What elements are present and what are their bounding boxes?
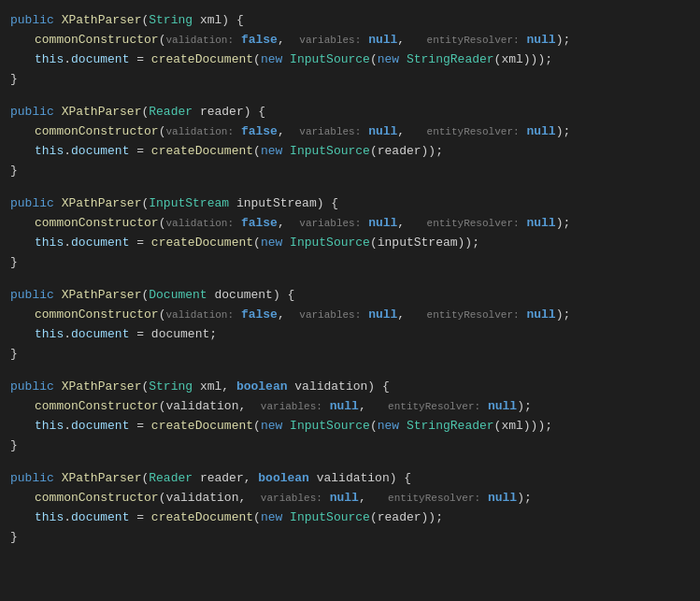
- code-line: public XPathParser(Reader reader) {: [3, 103, 700, 122]
- code-token: document: [71, 142, 129, 162]
- code-token: [234, 31, 241, 50]
- code-token: [234, 214, 241, 234]
- code-token: validation:: [165, 33, 234, 50]
- code-token: variables:: [299, 33, 361, 50]
- code-token: (: [253, 508, 261, 528]
- code-token: (reader));: [370, 142, 443, 162]
- code-token: xml) {: [193, 11, 244, 31]
- code-token: commonConstructor: [35, 214, 159, 234]
- code-token: .: [64, 325, 71, 345]
- code-token: (xml)));: [494, 417, 552, 436]
- code-token: [54, 103, 62, 122]
- code-token: boolean: [236, 378, 288, 397]
- code-token: [520, 214, 527, 234]
- code-token: Reader: [149, 103, 193, 122]
- code-token: inputStream) {: [229, 194, 338, 214]
- code-token: ,: [278, 306, 299, 325]
- code-line: commonConstructor(validation, variables:…: [3, 397, 700, 417]
- code-line: public XPathParser(Document document) {: [3, 286, 700, 306]
- code-token: Reader: [149, 469, 193, 489]
- code-token: null: [330, 489, 359, 508]
- code-token: false: [241, 214, 278, 234]
- code-line: this.document = createDocument(new Input…: [3, 234, 700, 253]
- code-token: ,: [359, 397, 388, 417]
- code-token: (validation,: [159, 489, 261, 508]
- code-token: (: [141, 469, 149, 489]
- code-token: validation:: [165, 308, 234, 324]
- code-token: [480, 397, 488, 417]
- code-token: null: [488, 489, 517, 508]
- code-token: =: [129, 508, 150, 528]
- code-token: String: [149, 378, 193, 397]
- code-token: [322, 489, 330, 508]
- code-token: [361, 122, 368, 142]
- code-token: );: [556, 122, 571, 142]
- code-token: document: [71, 325, 129, 345]
- code-token: public: [10, 103, 54, 122]
- code-token: entityResolver:: [427, 216, 520, 233]
- code-token: null: [368, 306, 397, 325]
- code-token: .: [64, 142, 71, 162]
- code-token: [282, 50, 290, 70]
- code-token: false: [241, 306, 278, 325]
- code-token: XPathParser: [62, 286, 142, 306]
- code-token: ,: [278, 214, 299, 234]
- code-line: public XPathParser(String xml) {: [3, 11, 700, 31]
- code-token: (: [159, 306, 166, 325]
- code-token: (: [253, 417, 261, 436]
- code-token: [520, 122, 527, 142]
- code-token: new: [378, 417, 399, 436]
- code-block-4: public XPathParser(Document document) {c…: [0, 282, 700, 368]
- code-line: public XPathParser(String xml, boolean v…: [3, 378, 700, 397]
- code-token: new: [261, 417, 282, 436]
- code-token: ,: [278, 122, 299, 142]
- code-token: );: [517, 397, 532, 417]
- code-token: [54, 194, 62, 214]
- code-token: }: [10, 345, 18, 365]
- code-token: InputStream: [149, 194, 229, 214]
- code-container: public XPathParser(String xml) {commonCo…: [0, 0, 700, 559]
- code-line: commonConstructor(validation, variables:…: [3, 489, 700, 508]
- code-token: public: [10, 11, 54, 31]
- code-token: }: [10, 70, 18, 90]
- code-token: this: [35, 142, 64, 162]
- code-line: }: [3, 70, 700, 90]
- code-line: }: [3, 253, 700, 273]
- code-line: }: [3, 528, 700, 548]
- code-token: ,: [397, 31, 426, 50]
- code-token: .: [64, 50, 71, 70]
- code-token: entityResolver:: [427, 33, 520, 50]
- code-token: Document: [149, 286, 207, 306]
- code-token: variables:: [299, 216, 361, 233]
- code-token: [54, 378, 62, 397]
- code-token: [282, 234, 290, 253]
- code-token: StringReader: [407, 50, 494, 70]
- code-token: InputSource: [290, 142, 370, 162]
- code-token: [282, 417, 290, 436]
- code-token: =: [129, 50, 150, 70]
- code-token: createDocument: [151, 234, 253, 253]
- code-token: validation) {: [288, 378, 390, 397]
- code-token: validation:: [165, 124, 234, 141]
- code-token: (: [141, 378, 149, 397]
- code-token: );: [517, 489, 532, 508]
- code-token: (xml)));: [494, 50, 552, 70]
- code-token: XPathParser: [62, 194, 142, 214]
- code-token: boolean: [258, 469, 309, 489]
- code-line: this.document = createDocument(new Input…: [3, 508, 700, 528]
- code-token: InputSource: [290, 417, 370, 436]
- code-token: this: [35, 50, 64, 70]
- code-line: commonConstructor(validation: false, var…: [3, 31, 700, 50]
- code-token: (: [370, 417, 378, 436]
- code-token: [54, 286, 62, 306]
- code-token: this: [35, 234, 64, 253]
- code-block-6: public XPathParser(Reader reader, boolea…: [0, 465, 700, 551]
- code-token: (: [253, 142, 261, 162]
- code-token: commonConstructor: [35, 306, 159, 325]
- code-token: }: [10, 162, 18, 181]
- code-token: (inputStream));: [370, 234, 479, 253]
- code-token: XPathParser: [62, 469, 142, 489]
- code-token: }: [10, 436, 18, 456]
- code-token: [480, 489, 488, 508]
- code-token: (validation,: [159, 397, 261, 417]
